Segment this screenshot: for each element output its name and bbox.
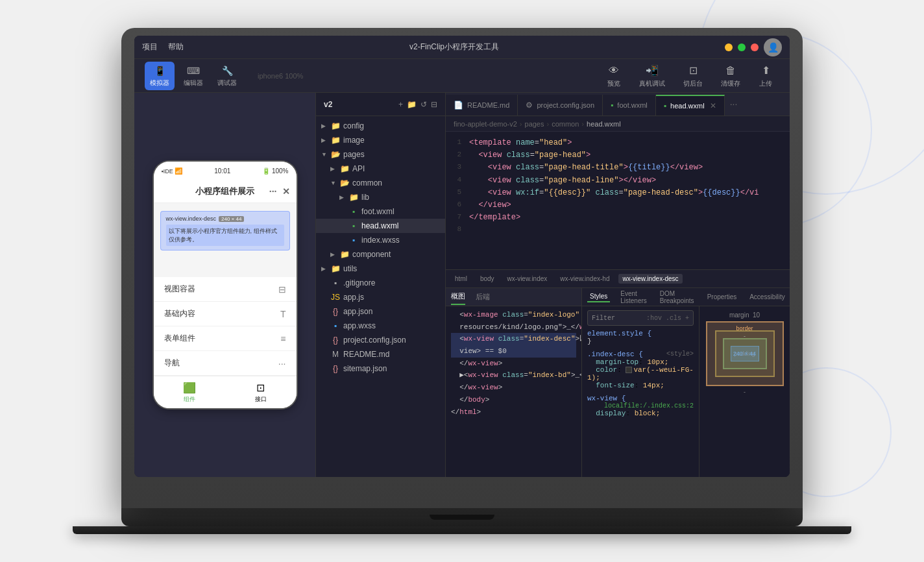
tree-item-gitignore[interactable]: ▶ ▪ .gitignore xyxy=(316,276,445,290)
phone-battery: 🔋 100% xyxy=(262,167,288,175)
user-avatar[interactable]: 👤 xyxy=(764,38,782,56)
refresh-icon[interactable]: ↺ xyxy=(420,100,427,109)
devtools-panel: html body wx-view.index wx-view.index-hd… xyxy=(446,269,790,477)
file-tree-actions: + 📁 ↺ ⊟ xyxy=(398,100,437,109)
code-line-5: 5 <view wx:if="{{desc}}" class="page-hea… xyxy=(446,187,790,199)
styles-tab-props[interactable]: Properties xyxy=(705,292,740,302)
phone-desc-label: wx-view.index-desc 240 × 44 xyxy=(166,215,284,222)
elem-tab-html[interactable]: html xyxy=(451,274,471,284)
phone-status-bar: ▪IDE 📶 10:01 🔋 100% xyxy=(154,162,297,180)
clear-cache-action[interactable]: 🗑 清缓存 xyxy=(714,61,747,91)
phone-tab-api[interactable]: ⊡ 接口 xyxy=(254,381,267,404)
tab-head-wxml[interactable]: ▪ head.wxml ✕ xyxy=(656,95,725,116)
json-icon: {} xyxy=(330,363,341,374)
styles-filter[interactable]: Filter :hov .cls + xyxy=(587,310,694,326)
code-line-1: 1 <template name="head"> xyxy=(446,137,790,149)
phone-desc-box: wx-view.index-desc 240 × 44 以下将展示小程序官方组件… xyxy=(160,211,290,250)
preview-panel: ▪IDE 📶 10:01 🔋 100% 小程序组件展示 xyxy=(134,93,316,477)
tree-item-head-wxml[interactable]: ▶ ▪ head.wxml xyxy=(316,219,445,233)
phone-nav-items: 视图容器 ⊟ 基础内容 T 表单组件 xyxy=(154,277,297,376)
styles-tab-styles[interactable]: Styles xyxy=(587,291,610,302)
editor-tabs: 📄 README.md ⚙ project.config.json ▪ foot… xyxy=(446,93,790,116)
preview-action[interactable]: 👁 预览 xyxy=(600,61,627,91)
nav-item-nav[interactable]: 导航 ··· xyxy=(154,351,297,376)
tree-item-app-js[interactable]: ▶ JS app.js xyxy=(316,290,445,304)
editor-button[interactable]: ⌨ 编辑器 xyxy=(178,62,208,90)
new-file-icon[interactable]: + xyxy=(398,100,403,109)
new-folder-icon[interactable]: 📁 xyxy=(407,100,417,109)
tree-item-component[interactable]: ▶ 📁 component xyxy=(316,247,445,262)
title-bar-menu: 项目 帮助 xyxy=(142,42,184,53)
nav-item-basic-content[interactable]: 基础内容 T xyxy=(154,302,297,326)
tree-item-project-config[interactable]: ▶ {} project.config.json xyxy=(316,333,445,347)
code-area[interactable]: 1 <template name="head"> 2 <view class="… xyxy=(446,132,790,269)
upload-action[interactable]: ⬆ 上传 xyxy=(752,61,779,91)
tree-item-readme[interactable]: ▶ M README.md xyxy=(316,347,445,361)
elem-tab-wx-view-index-hd[interactable]: wx-view.index-hd xyxy=(556,274,613,284)
tree-item-image[interactable]: ▶ 📁 image xyxy=(316,133,445,147)
tree-item-app-json[interactable]: ▶ {} app.json xyxy=(316,304,445,319)
styles-tab-event[interactable]: Event Listeners xyxy=(618,289,650,306)
code-line-6: 6 </view> xyxy=(446,199,790,212)
more-icon: ··· xyxy=(269,186,277,197)
simulator-button[interactable]: 📱 模拟器 xyxy=(145,62,175,90)
breadcrumb-item: fino-applet-demo-v2 xyxy=(454,120,517,128)
elem-tab-wx-view-index[interactable]: wx-view.index xyxy=(504,274,552,284)
styles-tab-dom[interactable]: DOM Breakpoints xyxy=(657,289,697,306)
maximize-button[interactable] xyxy=(738,43,746,51)
nav-item-form[interactable]: 表单组件 ≡ xyxy=(154,326,297,351)
wxss-icon: ▪ xyxy=(348,235,359,245)
tab-foot-wxml[interactable]: ▪ foot.wxml xyxy=(603,95,656,116)
devtools-tab-elements[interactable]: 概图 xyxy=(451,289,465,305)
phone-title-bar: 小程序组件展示 ··· ✕ xyxy=(154,180,297,203)
more-tabs-button[interactable]: ··· xyxy=(725,93,743,116)
tree-item-utils[interactable]: ▶ 📁 utils xyxy=(316,262,445,276)
collapse-icon[interactable]: ⊟ xyxy=(431,100,437,109)
tree-item-pages[interactable]: ▼ 📂 pages xyxy=(316,147,445,162)
code-line-3: 3 <view class="page-head-title">{{title}… xyxy=(446,162,790,174)
tree-item-common[interactable]: ▼ 📂 common xyxy=(316,176,445,190)
app-window: 项目 帮助 v2-FinClip小程序开发工具 👤 📱 xyxy=(134,36,790,477)
nav-item-label: 基础内容 xyxy=(164,308,195,319)
code-line-8: 8 xyxy=(446,224,790,236)
tree-item-foot-wxml[interactable]: ▶ ▪ foot.wxml xyxy=(316,204,445,219)
devtools-tab-console[interactable]: 后端 xyxy=(476,289,490,304)
debug-icon: 🔧 xyxy=(221,64,234,77)
tree-item-lib[interactable]: ▶ 📁 lib xyxy=(316,190,445,204)
elem-tab-body[interactable]: body xyxy=(476,274,498,284)
background-action[interactable]: ⊡ 切后台 xyxy=(677,61,709,91)
menu-project[interactable]: 项目 xyxy=(142,42,158,53)
real-device-icon: 📲 xyxy=(645,64,659,78)
close-button[interactable] xyxy=(751,43,759,51)
debug-button[interactable]: 🔧 调试器 xyxy=(212,62,242,90)
tree-item-app-wxss[interactable]: ▶ ▪ app.wxss xyxy=(316,319,445,333)
html-tree-line: </html> xyxy=(451,406,576,419)
simulator-icon: 📱 xyxy=(153,64,166,77)
code-editor: 1 <template name="head"> 2 <view class="… xyxy=(446,132,790,269)
window-controls[interactable] xyxy=(725,43,759,51)
html-tree-line-highlighted: view> == $0 xyxy=(451,345,576,358)
screen-bezel: 项目 帮助 v2-FinClip小程序开发工具 👤 📱 xyxy=(134,36,790,477)
html-tree-area[interactable]: <wx-image class="index-logo" src="../res… xyxy=(446,306,581,477)
real-device-action[interactable]: 📲 真机调试 xyxy=(633,61,672,91)
nav-item-view-container[interactable]: 视图容器 ⊟ xyxy=(154,277,297,302)
phone-content: wx-view.index-desc 240 × 44 以下将展示小程序官方组件… xyxy=(154,203,297,376)
tab-close-icon[interactable]: ✕ xyxy=(710,101,716,110)
minimize-button[interactable] xyxy=(725,43,733,51)
menu-help[interactable]: 帮助 xyxy=(168,42,184,53)
box-model-visual: border - padding xyxy=(706,321,784,386)
tree-item-index-wxss[interactable]: ▶ ▪ index.wxss xyxy=(316,233,445,247)
nav-item-icon: ⊟ xyxy=(278,284,286,295)
breadcrumb-item: common xyxy=(552,120,579,128)
tab-readme[interactable]: 📄 README.md xyxy=(446,95,518,116)
toolbar: 📱 模拟器 ⌨ 编辑器 🔧 调试器 iphone6 100% xyxy=(134,59,790,93)
tree-item-api[interactable]: ▶ 📁 API xyxy=(316,162,445,176)
styles-tab-access[interactable]: Accessibility xyxy=(747,292,787,302)
nav-item-icon: T xyxy=(280,309,286,319)
tab-project-config[interactable]: ⚙ project.config.json xyxy=(518,95,603,116)
elem-tab-wx-view-index-desc[interactable]: wx-view.index-desc xyxy=(618,274,682,284)
phone-tab-component[interactable]: 🟩 组件 xyxy=(183,381,196,404)
tree-item-config[interactable]: ▶ 📁 config xyxy=(316,119,445,133)
tree-item-sitemap[interactable]: ▶ {} sitemap.json xyxy=(316,361,445,376)
styles-tabs: Styles Event Listeners DOM Breakpoints P… xyxy=(582,288,790,306)
